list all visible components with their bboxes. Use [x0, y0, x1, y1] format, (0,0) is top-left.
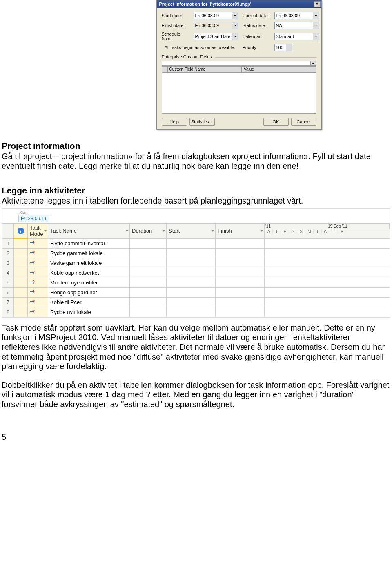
schedule-from-field[interactable]: Project Start Date	[194, 33, 238, 40]
label-calendar: Calendar:	[243, 34, 270, 39]
task-name-cell[interactable]: Rydde nytt lokale	[48, 307, 130, 317]
indicator-cell	[14, 248, 28, 258]
finish-cell[interactable]	[216, 278, 265, 287]
table-row[interactable]: 5Montere nye møbler	[2, 278, 390, 287]
duration-cell[interactable]	[130, 258, 167, 268]
task-name-cell[interactable]: Montere nye møbler	[48, 278, 130, 287]
status-date-field[interactable]: NA	[274, 22, 319, 29]
chevron-down-icon	[234, 15, 236, 16]
task-mode-cell[interactable]	[28, 248, 48, 258]
label-schedule-from: Schedule from:	[162, 31, 189, 41]
task-name-cell[interactable]: Koble til Pcer	[48, 297, 130, 307]
header-finish[interactable]: Finish	[216, 223, 265, 238]
header-task-name[interactable]: Task Name	[48, 223, 130, 238]
timeline-cell	[265, 258, 390, 268]
table-row[interactable]: 8Rydde nytt lokale	[2, 307, 390, 317]
task-mode-cell[interactable]	[28, 287, 48, 297]
info-icon: i	[18, 228, 24, 234]
duration-cell[interactable]	[130, 238, 167, 248]
help-button[interactable]: Help	[162, 118, 187, 126]
current-date-field[interactable]: Fri 06.03.09	[274, 12, 319, 19]
manual-task-icon	[30, 309, 36, 314]
start-cell[interactable]	[167, 248, 216, 258]
heading-project-information: Project information	[2, 141, 390, 151]
row-number: 1	[2, 238, 14, 248]
manual-task-icon	[30, 279, 36, 285]
duration-cell[interactable]	[130, 278, 167, 287]
enterprise-custom-fields-label: Enterprise Custom Fields	[162, 54, 316, 59]
task-name-cell[interactable]: Rydde gammelt lokale	[48, 248, 130, 258]
finish-date-field[interactable]: Fri 06.03.09	[194, 22, 238, 29]
finish-cell[interactable]	[216, 307, 265, 317]
indicator-cell	[14, 307, 28, 317]
task-name-cell[interactable]: Koble opp nettverket	[48, 268, 130, 278]
duration-cell[interactable]	[130, 287, 167, 297]
indicator-cell	[14, 287, 28, 297]
timeline-cell	[265, 307, 390, 317]
scroll-up-icon[interactable]	[310, 61, 316, 66]
task-mode-cell[interactable]	[28, 258, 48, 268]
priority-spinner[interactable]: 500	[274, 44, 292, 51]
finish-cell[interactable]	[216, 297, 265, 307]
start-cell[interactable]	[167, 297, 216, 307]
start-cell[interactable]	[167, 268, 216, 278]
ok-button[interactable]: OK	[263, 118, 289, 126]
label-start-date: Start date:	[162, 13, 189, 18]
calendar-field[interactable]: Standard	[274, 33, 319, 40]
header-start[interactable]: Start	[167, 223, 216, 238]
manual-task-icon	[30, 269, 36, 275]
table-row[interactable]: 7Koble til Pcer	[2, 297, 390, 307]
start-cell[interactable]	[167, 287, 216, 297]
duration-cell[interactable]	[130, 248, 167, 258]
chevron-down-icon	[315, 36, 317, 37]
table-row[interactable]: 3Vaske gammelt lokale	[2, 258, 390, 268]
task-mode-cell[interactable]	[28, 307, 48, 317]
finish-cell[interactable]	[216, 287, 265, 297]
duration-cell[interactable]	[130, 307, 167, 317]
task-name-cell[interactable]: Henge opp gardiner	[48, 287, 130, 297]
dialog-titlebar[interactable]: Project Information for 'flyttekontor09.…	[157, 0, 321, 8]
table-row[interactable]: 2Rydde gammelt lokale	[2, 248, 390, 258]
task-mode-cell[interactable]	[28, 297, 48, 307]
start-cell[interactable]	[167, 258, 216, 268]
manual-task-icon	[30, 289, 36, 295]
custom-field-body[interactable]	[162, 73, 316, 114]
manual-task-icon	[30, 250, 36, 255]
statistics-button[interactable]: Statistics...	[189, 118, 215, 126]
row-number: 3	[2, 258, 14, 268]
task-name-cell[interactable]: Flytte gammelt inventar	[48, 238, 130, 248]
cancel-button[interactable]: Cancel	[291, 118, 316, 126]
chevron-down-icon	[44, 230, 47, 232]
task-mode-cell[interactable]	[28, 268, 48, 278]
start-cell[interactable]	[167, 278, 216, 287]
duration-cell[interactable]	[130, 297, 167, 307]
header-task-mode[interactable]: Task Mode	[28, 223, 48, 238]
start-cell[interactable]	[167, 238, 216, 248]
header-indicators[interactable]: i	[14, 223, 28, 238]
finish-cell[interactable]	[216, 258, 265, 268]
indicator-cell	[14, 297, 28, 307]
timeline-group-1: '11	[265, 224, 327, 229]
manual-task-icon	[30, 260, 36, 265]
start-cell[interactable]	[167, 307, 216, 317]
table-row[interactable]: 1Flytte gammelt inventar	[2, 238, 390, 248]
start-date-field[interactable]: Fri 06.03.09	[194, 12, 238, 19]
finish-cell[interactable]	[216, 268, 265, 278]
close-button[interactable]: ×	[314, 1, 321, 7]
header-row-num[interactable]	[2, 223, 14, 238]
paragraph-1: Gå til «project – project information» f…	[2, 152, 390, 171]
header-duration[interactable]: Duration	[130, 223, 167, 238]
header-timeline[interactable]: '11 19 Sep '11 WTFSSMTWTF	[265, 223, 390, 238]
table-row[interactable]: 4Koble opp nettverket	[2, 268, 390, 278]
row-number: 7	[2, 297, 14, 307]
finish-cell[interactable]	[216, 248, 265, 258]
duration-cell[interactable]	[130, 268, 167, 278]
task-name-cell[interactable]: Vaske gammelt lokale	[48, 258, 130, 268]
task-mode-cell[interactable]	[28, 278, 48, 287]
task-mode-cell[interactable]	[28, 238, 48, 248]
manual-task-icon	[30, 299, 36, 305]
table-row[interactable]: 6Henge opp gardiner	[2, 287, 390, 297]
indicator-cell	[14, 258, 28, 268]
label-priority: Priority:	[243, 45, 270, 50]
finish-cell[interactable]	[216, 238, 265, 248]
